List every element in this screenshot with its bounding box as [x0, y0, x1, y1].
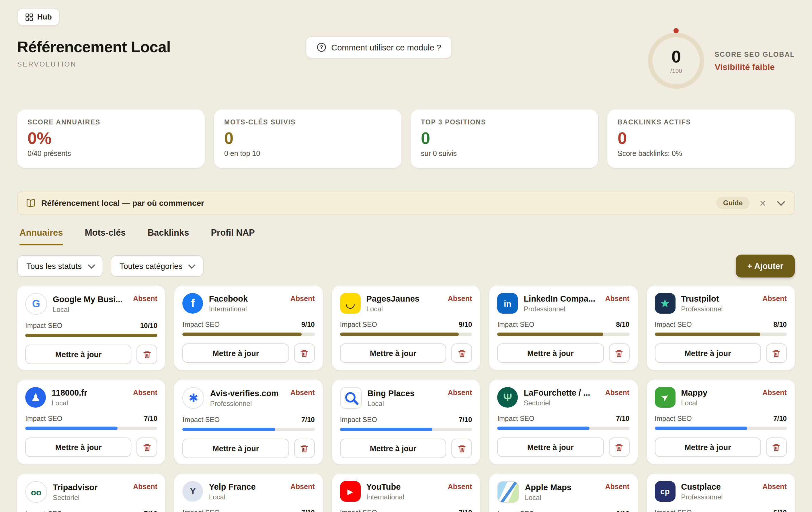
impact-bar: [655, 333, 787, 336]
delete-button[interactable]: [766, 438, 787, 457]
directory-category: Professionnel: [681, 305, 723, 313]
directory-category: Local: [367, 305, 419, 313]
impact-score: 10/10: [140, 322, 157, 330]
update-button[interactable]: Mettre à jour: [183, 343, 289, 363]
trash-icon: [300, 349, 309, 358]
gauge-status: Visibilité faible: [715, 62, 795, 71]
chevron-down-icon: [188, 262, 196, 269]
directory-category: Local: [53, 305, 122, 313]
delete-button[interactable]: [766, 343, 787, 363]
chevron-down-icon[interactable]: [776, 198, 786, 208]
logo-glyph: G: [32, 299, 40, 309]
stat-sub: Score backlinks: 0%: [618, 150, 784, 158]
update-button[interactable]: Mettre à jour: [340, 439, 446, 458]
directory-card: f Facebook International Absent Impact S…: [175, 285, 323, 370]
linkedin-logo: in: [497, 293, 518, 313]
update-button[interactable]: Mettre à jour: [183, 439, 289, 458]
update-button[interactable]: Mettre à jour: [340, 343, 446, 363]
tab-backlinks[interactable]: Backlinks: [148, 228, 189, 245]
impact-bar-fill: [183, 428, 275, 431]
delete-button[interactable]: [294, 439, 315, 458]
impact-bar-fill: [25, 334, 157, 337]
update-button[interactable]: Mettre à jour: [655, 343, 761, 363]
help-button-label: Comment utiliser ce module ?: [331, 43, 441, 52]
trash-icon: [772, 443, 781, 452]
directory-card: ★ Trustpilot Professionnel Absent Impact…: [646, 285, 795, 370]
status-badge: Absent: [133, 295, 157, 303]
impact-bar: [25, 427, 157, 430]
logo-glyph: ♟: [31, 392, 40, 403]
impact-bar-fill: [340, 333, 459, 336]
delete-button[interactable]: [137, 438, 157, 457]
status-badge: Absent: [448, 483, 472, 491]
pagesjaunes-logo: ◡: [340, 293, 361, 313]
trash-icon: [772, 349, 781, 358]
directory-category: Professionnel: [524, 305, 595, 313]
status-badge: Absent: [448, 389, 472, 397]
hub-button-label: Hub: [37, 12, 52, 21]
update-button[interactable]: Mettre à jour: [497, 343, 604, 363]
directory-card: ♟ 118000.fr Local Absent Impact SEO 7/10…: [17, 380, 166, 464]
tab-profil-nap[interactable]: Profil NAP: [211, 228, 255, 245]
status-badge: Absent: [290, 483, 315, 491]
directory-name: Mappy: [681, 388, 707, 397]
add-button[interactable]: + Ajouter: [736, 254, 795, 277]
status-filter-select[interactable]: Tous les statuts: [17, 255, 103, 277]
stats-row: SCORE ANNUAIRES 0% 0/40 présents MOTS-CL…: [17, 110, 795, 168]
directory-grid: G Google My Busi... Local Absent Impact …: [17, 285, 795, 512]
gauge-label: SCORE SEO GLOBAL: [715, 50, 795, 58]
category-filter-value: Toutes catégories: [120, 262, 182, 271]
mappy-logo: ➤: [655, 387, 675, 408]
logo-glyph: cp: [660, 487, 670, 495]
update-button[interactable]: Mettre à jour: [25, 438, 132, 457]
impact-label: Impact SEO: [497, 321, 534, 329]
status-badge: Absent: [762, 483, 787, 491]
update-button[interactable]: Mettre à jour: [497, 438, 604, 457]
delete-button[interactable]: [451, 343, 472, 363]
page-header: Référencement Local SERVOLUTION ? Commen…: [17, 33, 795, 93]
impact-label: Impact SEO: [340, 321, 377, 329]
update-button[interactable]: Mettre à jour: [655, 438, 761, 457]
svg-text:?: ?: [320, 44, 323, 50]
tab-annuaires[interactable]: Annuaires: [20, 228, 63, 245]
hub-button[interactable]: Hub: [17, 8, 60, 26]
trash-icon: [615, 349, 624, 358]
impact-bar: [183, 333, 315, 336]
impact-score: 6/10: [616, 510, 629, 512]
impact-score: 7/10: [144, 510, 157, 512]
delete-button[interactable]: [294, 343, 315, 363]
directory-category: Local: [681, 399, 707, 407]
gauge-max: /100: [670, 67, 682, 74]
status-badge: Absent: [290, 389, 315, 397]
stat-card: BACKLINKS ACTIFS 0 Score backlinks: 0%: [607, 110, 795, 168]
update-button[interactable]: Mettre à jour: [25, 344, 132, 364]
impact-label: Impact SEO: [183, 509, 220, 512]
directory-card: Apple Maps Local Absent Impact SEO 6/10 …: [489, 474, 637, 512]
delete-button[interactable]: [451, 439, 472, 458]
avis-verifies-logo: ✱: [183, 387, 204, 409]
impact-bar-fill: [655, 427, 747, 430]
delete-button[interactable]: [609, 438, 629, 457]
directory-category: International: [209, 305, 248, 313]
category-filter-select[interactable]: Toutes catégories: [110, 255, 204, 277]
directory-card: ✱ Avis-verifies.com Professionnel Absent…: [175, 380, 323, 464]
trash-icon: [300, 444, 309, 453]
tabs: AnnuairesMots-clésBacklinksProfil NAP: [17, 228, 795, 245]
tab-mots-cl-s[interactable]: Mots-clés: [85, 228, 126, 245]
close-icon[interactable]: [757, 198, 768, 208]
impact-bar-fill: [497, 427, 590, 430]
guide-banner-title: Référencement local — par où commencer: [41, 199, 204, 208]
impact-label: Impact SEO: [25, 322, 62, 330]
help-button[interactable]: ? Comment utiliser ce module ?: [306, 36, 452, 59]
directory-name: Facebook: [209, 294, 248, 303]
stat-value: 0: [618, 129, 784, 147]
stat-card: TOP 3 POSITIONS 0 sur 0 suivis: [411, 110, 598, 168]
stat-label: TOP 3 POSITIONS: [421, 119, 588, 126]
trash-icon: [143, 443, 151, 452]
impact-label: Impact SEO: [497, 415, 534, 423]
impact-score: 6/10: [773, 509, 787, 512]
delete-button[interactable]: [137, 344, 157, 364]
trash-icon: [143, 350, 151, 359]
impact-bar-fill: [25, 427, 118, 430]
delete-button[interactable]: [609, 343, 629, 363]
